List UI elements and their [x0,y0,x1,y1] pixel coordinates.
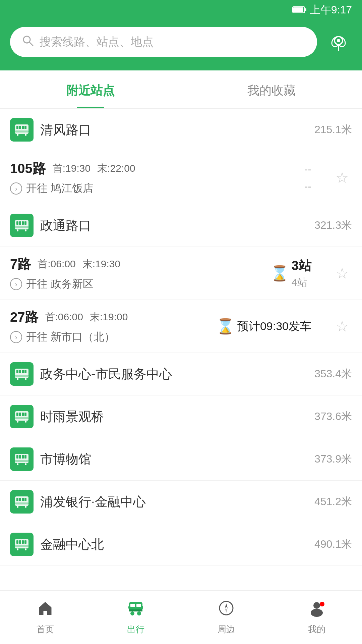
search-placeholder: 搜索线路、站点、地点 [40,34,154,50]
station-distance: 321.3米 [314,218,352,233]
station-count-main: 3站 [292,257,311,274]
status-time: 上午9:17 [310,3,352,17]
route-last-time: 末:19:00 [90,310,128,324]
station-name: 政通路口 [40,217,308,234]
svg-rect-52 [24,498,26,501]
svg-rect-22 [17,229,18,231]
svg-rect-38 [17,421,18,423]
svg-marker-74 [225,608,228,613]
svg-rect-60 [24,540,26,544]
svg-rect-41 [16,455,18,459]
svg-rect-1 [293,7,303,12]
svg-rect-35 [22,413,24,416]
svg-rect-47 [25,463,26,465]
star-icon: ☆ [336,169,349,186]
home-icon [37,599,54,621]
svg-rect-31 [25,378,26,380]
route-number: 105路 [10,159,46,178]
svg-rect-53 [15,502,28,504]
station-item[interactable]: 时雨景观桥 373.6米 [0,395,362,438]
svg-rect-21 [15,226,28,228]
direction-icon: › [10,182,22,195]
station-list: 清风路口 215.1米 105路 首:19:30 末:22:00 › 开往 鸠江… [0,109,362,620]
hourglass-icon: ⌛ [270,265,289,282]
header: 搜索线路、站点、地点 [0,20,362,70]
svg-rect-34 [19,413,21,416]
bus-stop-icon [10,405,34,428]
bottom-navigation: 首页 出行 周边 [0,590,362,644]
station-item[interactable]: 金融中心北 490.1米 [0,523,362,566]
station-item[interactable]: 浦发银行·金融中心 451.2米 [0,481,362,523]
location-button[interactable] [325,29,352,55]
svg-rect-26 [19,370,21,373]
station-item[interactable]: 政务中心-市民服务中心 353.4米 [0,353,362,395]
stations-count: 3站 4站 [292,257,311,289]
station-distance: 451.2米 [314,494,352,509]
station-item[interactable]: 政通路口 321.3米 [0,204,362,247]
station-item[interactable]: 市博物馆 373.9米 [0,438,362,481]
station-item[interactable]: 清风路口 215.1米 [0,109,362,151]
svg-rect-9 [16,126,18,129]
svg-rect-20 [24,221,26,225]
route-number: 7路 [10,255,31,273]
station-name: 市博物馆 [40,451,308,468]
svg-rect-25 [16,370,18,373]
nav-item-home[interactable]: 首页 [0,599,90,635]
nav-label-me: 我的 [308,624,325,635]
route-item[interactable]: 7路 首:06:00 末:19:30 › 开往 政务新区 ⌛ 3站 4站 ☆ [0,247,362,300]
station-distance: 353.4米 [314,367,352,381]
tab-nearby-stations[interactable]: 附近站点 [0,70,181,108]
divider [325,308,325,344]
status-line-1: -- [304,163,311,175]
svg-rect-28 [24,370,26,373]
status-bar: 上午9:17 [0,0,362,20]
svg-rect-36 [24,413,26,416]
svg-rect-43 [22,455,24,459]
svg-rect-33 [16,413,18,416]
route-status: ⌛ 预计09:30发车 [204,308,318,344]
bus-stop-icon [10,118,34,142]
route-direction: 开往 新市口（北） [26,330,115,344]
search-bar[interactable]: 搜索线路、站点、地点 [10,27,317,57]
svg-rect-10 [19,126,21,129]
svg-line-4 [29,42,33,46]
route-item[interactable]: 105路 首:19:30 末:22:00 › 开往 鸠江饭店 -- -- ☆ [0,151,362,204]
station-name: 时雨景观桥 [40,408,308,425]
station-name: 金融中心北 [40,536,308,553]
svg-point-76 [311,609,323,617]
star-icon: ☆ [336,265,349,282]
svg-rect-29 [15,375,28,377]
favorite-button[interactable]: ☆ [332,308,352,344]
route-item[interactable]: 27路 首:06:00 末:19:00 › 开往 新市口（北） ⌛ 预计09:3… [0,300,362,353]
svg-rect-45 [15,460,28,462]
svg-rect-55 [25,506,26,508]
svg-rect-14 [17,134,18,136]
svg-rect-67 [129,609,142,611]
nav-label-nearby: 周边 [218,624,235,635]
svg-rect-2 [305,8,306,11]
svg-rect-65 [130,604,135,607]
route-first-time: 首:19:30 [53,162,90,175]
bus-stop-icon [10,214,34,237]
route-last-time: 末:22:00 [97,162,135,175]
route-number: 27路 [10,308,39,326]
route-direction: 开往 鸠江饭店 [26,181,94,196]
station-name: 清风路口 [40,121,308,139]
compass-icon [218,599,235,621]
svg-point-69 [137,612,141,615]
favorite-button[interactable]: ☆ [332,159,352,196]
svg-rect-59 [22,540,24,544]
svg-rect-11 [22,126,24,129]
svg-rect-18 [19,221,21,225]
station-count-sub: 4站 [292,276,307,289]
battery-icon [292,4,307,16]
favorite-button[interactable]: ☆ [332,255,352,291]
station-name: 政务中心-市民服务中心 [40,366,308,383]
nav-item-me[interactable]: 我的 [272,599,362,635]
nav-item-nearby[interactable]: 周边 [181,599,272,635]
station-distance: 373.6米 [314,409,352,424]
svg-rect-23 [25,229,26,231]
tab-favorites[interactable]: 我的收藏 [181,70,362,108]
nav-item-travel[interactable]: 出行 [90,599,181,635]
route-first-time: 首:06:00 [38,257,75,271]
